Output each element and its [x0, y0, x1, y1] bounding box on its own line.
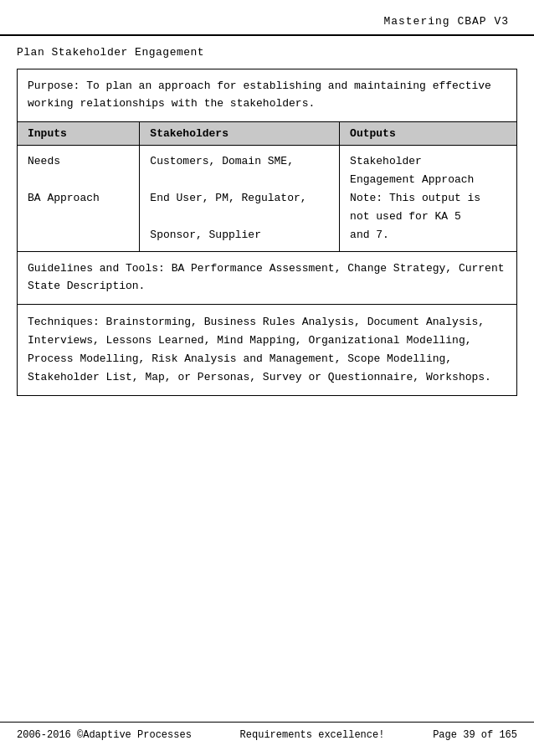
- footer-tagline: Requirements excellence!: [240, 729, 385, 741]
- content-table: Purpose: To plan an approach for establi…: [17, 69, 517, 396]
- col-inputs: Inputs: [18, 121, 140, 145]
- guidelines-row: Guidelines and Tools: BA Performance Ass…: [18, 252, 517, 305]
- purpose-row: Purpose: To plan an approach for establi…: [18, 69, 517, 122]
- techniques-cell: Techniques: Brainstorming, Business Rule…: [18, 304, 517, 395]
- footer-page: Page 39 of 165: [433, 729, 517, 741]
- footer-copyright: 2006-2016 ©Adaptive Processes: [17, 729, 192, 741]
- stakeholder-line2: End User, PM, Regulator,: [150, 192, 306, 204]
- output-line2: Engagement Approach: [350, 173, 474, 186]
- purpose-cell: Purpose: To plan an approach for establi…: [18, 69, 517, 122]
- output-line4: not used for KA 5: [350, 210, 461, 223]
- page-footer: 2006-2016 ©Adaptive Processes Requiremen…: [0, 722, 534, 741]
- input-line1: Needs: [28, 155, 60, 167]
- section-title: Plan Stakeholder Engagement: [0, 36, 534, 69]
- output-line5: and 7.: [350, 229, 389, 241]
- stakeholder-line3: Sponsor, Supplier: [150, 229, 261, 241]
- inputs-cell: Needs BA Approach: [18, 145, 140, 251]
- main-content: Purpose: To plan an approach for establi…: [0, 69, 534, 396]
- stakeholders-cell: Customers, Domain SME, End User, PM, Reg…: [140, 145, 340, 251]
- output-line3: Note: This output is: [350, 192, 480, 204]
- input-line2: BA Approach: [28, 192, 100, 204]
- page-header: Mastering CBAP V3: [0, 0, 534, 36]
- guidelines-cell: Guidelines and Tools: BA Performance Ass…: [18, 252, 517, 305]
- outputs-cell: Stakeholder Engagement Approach Note: Th…: [340, 145, 517, 251]
- header-title: Mastering CBAP V3: [383, 15, 509, 28]
- data-row: Needs BA Approach Customers, Domain SME,…: [18, 145, 517, 251]
- output-line1: Stakeholder: [350, 155, 422, 167]
- header-row: Inputs Stakeholders Outputs: [18, 121, 517, 145]
- stakeholder-line1: Customers, Domain SME,: [150, 155, 294, 167]
- techniques-row: Techniques: Brainstorming, Business Rule…: [18, 304, 517, 395]
- col-stakeholders: Stakeholders: [140, 121, 340, 145]
- col-outputs: Outputs: [340, 121, 517, 145]
